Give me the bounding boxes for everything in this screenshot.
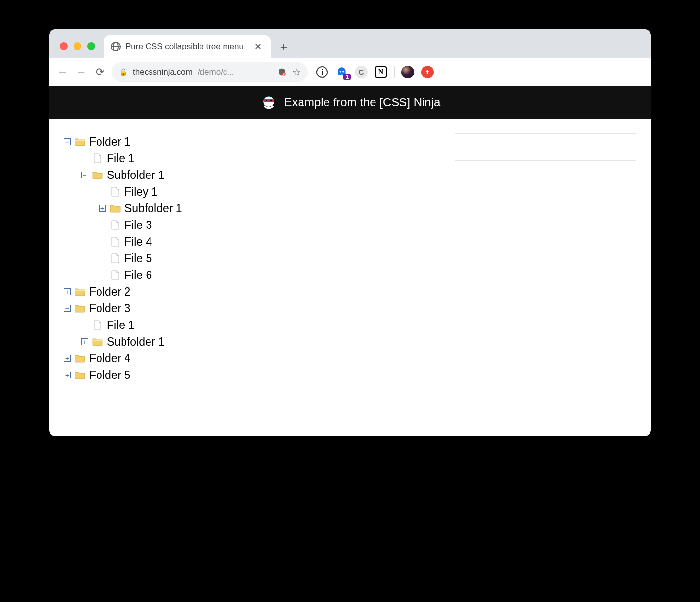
tree-node: −Subfolder 1 Filey 1+Subfolder 1 File 3 … [81,167,443,283]
globe-icon [111,42,121,51]
expand-toggle[interactable]: + [64,288,71,295]
tree-node: File 3 [99,217,443,233]
tab-bar: Pure CSS collapsible tree menu ✕ ＋ [49,29,651,58]
folder-icon [92,170,103,180]
folder-icon [92,337,103,347]
tree-folder-row[interactable]: −Folder 3 [64,300,443,317]
tree-folder-row[interactable]: +Folder 5 [64,367,443,383]
forward-button[interactable]: → [75,65,88,79]
file-icon [110,187,121,197]
reload-button[interactable]: ⟳ [93,65,107,79]
tree-folder-row[interactable]: +Subfolder 1 [99,200,443,217]
tree-menu: −Folder 1 File 1−Subfolder 1 Filey 1+Sub… [64,133,443,383]
chrome-update-button[interactable] [421,66,434,78]
extension-ghostery[interactable]: 1 [335,66,348,78]
url-path: /demo/c... [198,67,234,77]
tree-node-label[interactable]: File 1 [107,152,134,165]
tree-file-row[interactable]: File 3 [99,217,443,233]
tree-file-row[interactable]: File 1 [81,150,443,167]
tree-node-label[interactable]: Subfolder 1 [125,202,182,215]
tree-file-row[interactable]: File 4 [99,233,443,250]
tree-node-label[interactable]: Folder 3 [89,302,130,315]
window-controls [53,42,100,58]
tree-node: −Folder 1 File 1−Subfolder 1 Filey 1+Sub… [64,133,443,283]
extension-row: i 1 C N [316,66,434,78]
tree-node-label[interactable]: Subfolder 1 [107,335,165,349]
page: Example from the [CSS] Ninja −Folder 1 F… [49,86,651,436]
extension-notion[interactable]: N [375,66,387,78]
minimize-window-button[interactable] [74,42,81,50]
tree-node-label[interactable]: Folder 4 [89,352,130,365]
tree-node: Filey 1 [99,183,443,200]
svg-rect-4 [263,99,274,102]
tree-node-label[interactable]: Folder 5 [89,369,130,382]
toggle-spacer [99,188,106,195]
tree-node-label[interactable]: Folder 2 [89,285,130,299]
svg-point-1 [340,71,341,72]
tree-children: File 1+Subfolder 1 [64,317,443,350]
collapse-toggle[interactable]: − [64,305,71,312]
folder-icon [75,287,85,297]
toggle-spacer [99,255,106,262]
tree-children: File 1−Subfolder 1 Filey 1+Subfolder 1 F… [64,150,443,283]
expand-toggle[interactable]: + [99,205,106,212]
toggle-spacer [99,222,106,228]
tree-folder-row[interactable]: +Subfolder 1 [81,333,443,350]
extension-badge: 1 [343,74,351,80]
tree-file-row[interactable]: Filey 1 [99,183,443,200]
tree-node: +Folder 4 [64,350,443,367]
collapse-toggle[interactable]: − [64,138,71,145]
tree-node: +Folder 2 [64,283,443,300]
tree-node-label[interactable]: Subfolder 1 [107,169,165,182]
tree-node-label[interactable]: Folder 1 [89,135,130,149]
svg-point-2 [342,71,344,72]
tree-folder-row[interactable]: −Folder 1 [64,133,443,150]
collapse-toggle[interactable]: − [81,172,88,178]
tree-node: +Folder 5 [64,367,443,383]
tree-node-label[interactable]: File 3 [125,219,152,232]
tree-node: +Subfolder 1 [99,200,443,217]
profile-avatar[interactable] [401,66,414,78]
page-banner: Example from the [CSS] Ninja [49,86,651,119]
toggle-spacer [99,272,106,278]
tree-file-row[interactable]: File 6 [99,267,443,283]
tree-node-label[interactable]: File 4 [125,235,152,249]
tree-node-label[interactable]: Filey 1 [125,185,158,199]
new-tab-button[interactable]: ＋ [276,39,291,54]
banner-text: Example from the [CSS] Ninja [284,96,441,109]
expand-toggle[interactable]: + [81,338,88,345]
browser-tab[interactable]: Pure CSS collapsible tree menu ✕ [104,35,271,58]
expand-toggle[interactable]: + [64,355,71,362]
file-icon [110,220,121,230]
browser-window: Pure CSS collapsible tree menu ✕ ＋ ← → ⟳… [49,29,651,436]
zoom-window-button[interactable] [87,42,95,50]
back-button[interactable]: ← [56,65,70,79]
tree-node-label[interactable]: File 5 [125,252,152,265]
tree-file-row[interactable]: File 5 [99,250,443,267]
address-bar[interactable]: 🔒 thecssninja.com/demo/c... ☆ [112,62,308,82]
toolbar-separator [394,66,395,78]
expand-toggle[interactable]: + [64,372,71,378]
extension-info[interactable]: i [316,66,328,78]
tree-folder-row[interactable]: +Folder 2 [64,283,443,300]
extension-c[interactable]: C [355,66,368,78]
tree-folder-row[interactable]: −Subfolder 1 [81,167,443,183]
bookmark-star-icon[interactable]: ☆ [292,66,301,78]
tab-title: Pure CSS collapsible tree menu [125,42,248,51]
tree-file-row[interactable]: File 1 [81,317,443,333]
close-tab-button[interactable]: ✕ [252,41,264,52]
folder-icon [75,370,85,380]
tree-node: −Folder 3 File 1+Subfolder 1 [64,300,443,350]
content-area: −Folder 1 File 1−Subfolder 1 Filey 1+Sub… [49,119,651,436]
tree-node: +Subfolder 1 [81,333,443,350]
tree-children: Filey 1+Subfolder 1 File 3 File 4 File 5… [81,183,443,283]
tree-folder-row[interactable]: +Folder 4 [64,350,443,367]
file-icon [110,253,121,263]
tree-node-label[interactable]: File 1 [107,319,134,332]
svg-point-5 [266,100,267,101]
tree-node-label[interactable]: File 6 [125,269,152,282]
toggle-spacer [81,155,88,162]
site-permissions-icon[interactable] [277,68,286,76]
close-window-button[interactable] [60,42,68,50]
sidebar-box [455,133,636,161]
